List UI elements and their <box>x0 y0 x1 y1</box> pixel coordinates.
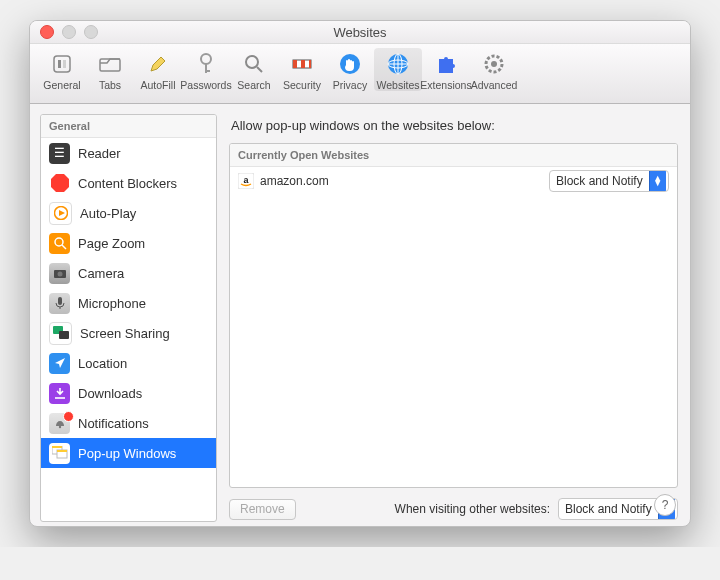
toolbar-tab-security[interactable]: Security <box>278 48 326 91</box>
svg-rect-12 <box>309 60 311 68</box>
switch-icon <box>48 50 76 78</box>
sidebar: General ☰ Reader Content Blockers Auto-P… <box>40 114 217 522</box>
svg-line-25 <box>62 245 66 249</box>
screens-icon <box>49 322 72 345</box>
svg-rect-36 <box>52 446 62 448</box>
svg-point-27 <box>57 272 62 277</box>
window-title: Websites <box>30 25 690 40</box>
toolbar-tab-privacy[interactable]: Privacy <box>326 48 374 91</box>
remove-button[interactable]: Remove <box>229 499 296 520</box>
chevron-updown-icon: ▲▼ <box>649 171 666 191</box>
toolbar-tab-passwords[interactable]: Passwords <box>182 48 230 91</box>
toolbar-tab-websites[interactable]: Websites <box>374 48 422 91</box>
svg-line-8 <box>257 67 262 72</box>
website-domain: amazon.com <box>260 174 549 188</box>
sidebar-item-downloads[interactable]: Downloads <box>41 378 216 408</box>
sidebar-item-label: Screen Sharing <box>80 326 170 341</box>
svg-rect-38 <box>57 450 67 452</box>
sidebar-item-page-zoom[interactable]: Page Zoom <box>41 228 216 258</box>
svg-rect-1 <box>58 60 61 68</box>
notification-badge <box>63 411 74 422</box>
sidebar-header: General <box>41 115 216 138</box>
svg-rect-6 <box>205 70 210 72</box>
website-policy-select[interactable]: Block and Notify ▲▼ <box>549 170 669 192</box>
main-heading: Allow pop-up windows on the websites bel… <box>231 118 678 133</box>
toolbar-tab-advanced[interactable]: Advanced <box>470 48 518 91</box>
windows-icon <box>49 443 70 464</box>
sidebar-item-microphone[interactable]: Microphone <box>41 288 216 318</box>
sidebar-item-label: Microphone <box>78 296 146 311</box>
pencil-icon <box>144 50 172 78</box>
help-button[interactable]: ? <box>654 494 676 516</box>
stop-icon <box>49 173 70 194</box>
svg-point-4 <box>201 54 211 64</box>
gear-icon <box>480 50 508 78</box>
toolbar-tab-search[interactable]: Search <box>230 48 278 91</box>
reader-icon: ☰ <box>49 143 70 164</box>
play-icon <box>49 202 72 225</box>
sidebar-item-content-blockers[interactable]: Content Blockers <box>41 168 216 198</box>
sidebar-item-label: Pop-up Windows <box>78 446 176 461</box>
websites-list: Currently Open Websites a amazon.com Blo… <box>229 143 678 488</box>
svg-marker-32 <box>55 358 65 368</box>
svg-rect-2 <box>63 60 66 68</box>
preferences-window: Websites General Tabs AutoFill Passwords… <box>29 20 691 527</box>
sidebar-item-label: Downloads <box>78 386 142 401</box>
svg-point-20 <box>491 61 497 67</box>
svg-marker-23 <box>59 210 65 216</box>
search-icon <box>240 50 268 78</box>
svg-rect-28 <box>58 297 62 305</box>
sidebar-item-label: Notifications <box>78 416 149 431</box>
svg-point-24 <box>55 238 63 246</box>
sidebar-item-popup-windows[interactable]: Pop-up Windows <box>41 438 216 468</box>
globe-icon <box>384 50 412 78</box>
svg-rect-10 <box>293 60 297 68</box>
sidebar-item-label: Reader <box>78 146 121 161</box>
website-row[interactable]: a amazon.com Block and Notify ▲▼ <box>230 167 677 195</box>
sidebar-item-label: Auto-Play <box>80 206 136 221</box>
sidebar-item-autoplay[interactable]: Auto-Play <box>41 198 216 228</box>
sidebar-item-camera[interactable]: Camera <box>41 258 216 288</box>
svg-rect-31 <box>59 331 69 339</box>
svg-rect-0 <box>54 56 70 72</box>
amazon-favicon-icon: a <box>238 173 254 189</box>
microphone-icon <box>49 293 70 314</box>
svg-point-34 <box>58 426 60 428</box>
sidebar-item-label: Location <box>78 356 127 371</box>
hand-icon <box>336 50 364 78</box>
toolbar-tab-general[interactable]: General <box>38 48 86 91</box>
sidebar-item-location[interactable]: Location <box>41 348 216 378</box>
toolbar-tab-extensions[interactable]: Extensions <box>422 48 470 91</box>
select-value: Block and Notify <box>556 174 643 188</box>
sidebar-item-screen-sharing[interactable]: Screen Sharing <box>41 318 216 348</box>
location-icon <box>49 353 70 374</box>
main-footer: Remove When visiting other websites: Blo… <box>229 498 678 520</box>
sidebar-item-label: Page Zoom <box>78 236 145 251</box>
zoom-icon <box>49 233 70 254</box>
preferences-toolbar: General Tabs AutoFill Passwords Search S… <box>30 44 690 104</box>
main-panel: Allow pop-up windows on the websites bel… <box>217 104 690 527</box>
key-icon <box>192 50 220 78</box>
sidebar-item-notifications[interactable]: Notifications <box>41 408 216 438</box>
barrier-icon <box>288 50 316 78</box>
svg-rect-11 <box>301 60 305 68</box>
svg-point-7 <box>246 56 258 68</box>
select-value: Block and Notify <box>565 502 652 516</box>
svg-rect-3 <box>100 59 120 71</box>
default-policy-label: When visiting other websites: <box>395 502 550 516</box>
sidebar-item-label: Content Blockers <box>78 176 177 191</box>
sidebar-item-reader[interactable]: ☰ Reader <box>41 138 216 168</box>
titlebar: Websites <box>30 21 690 44</box>
svg-marker-21 <box>51 174 69 192</box>
toolbar-tab-tabs[interactable]: Tabs <box>86 48 134 91</box>
sidebar-item-label: Camera <box>78 266 124 281</box>
download-icon <box>49 383 70 404</box>
list-section-header: Currently Open Websites <box>230 144 677 167</box>
toolbar-tab-autofill[interactable]: AutoFill <box>134 48 182 91</box>
tabs-icon <box>96 50 124 78</box>
puzzle-icon <box>432 50 460 78</box>
camera-icon <box>49 263 70 284</box>
